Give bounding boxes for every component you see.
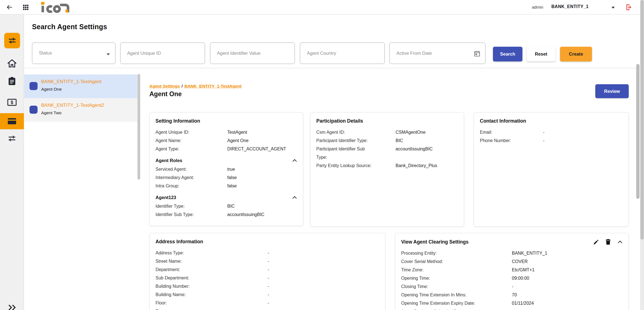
agent-identifier-value-input[interactable] (210, 43, 295, 64)
agent-id-link[interactable]: BANK_ENTITY_1-TestAgent (41, 79, 101, 85)
content-scrollbar-thumb[interactable] (636, 64, 640, 199)
field-label: Processing Entity: (401, 249, 512, 257)
create-button[interactable]: Create (560, 47, 592, 61)
field-row: Sub Department:- (156, 274, 379, 282)
icon-brand-logo (40, 2, 71, 14)
field-label: Identifier Type: (156, 202, 227, 210)
field-value: CSMAgentOne (396, 128, 426, 137)
list-scrollbar-thumb[interactable] (137, 74, 140, 180)
field-value: 70 (512, 291, 517, 299)
field-label: Agent Unique ID: (156, 128, 227, 137)
field-label: Sub Department: (156, 274, 268, 282)
field-row: Opening Time Extension Expiry Date:01/11… (401, 299, 623, 307)
agent-country-input[interactable] (300, 43, 384, 64)
field-label: Email: (480, 128, 543, 137)
field-value: - (268, 274, 269, 282)
top-app-bar: admin BANK_ENTITY_1 (0, 0, 644, 14)
window-scrollbar-thumb[interactable] (640, 0, 644, 240)
sidebar-item-agent-cards-active[interactable] (0, 113, 24, 129)
field-value: - (268, 282, 269, 291)
contact-information-card: Contact Information Email:- Phone Number… (474, 112, 629, 227)
entity-selector[interactable]: BANK_ENTITY_1 (551, 4, 589, 9)
field-value: false (227, 173, 237, 182)
field-label: Identifier Sub Type: (156, 210, 227, 219)
breadcrumb: Agent Settings/BANK_ENTITY_1-TestAgent (149, 84, 241, 89)
caret-down-icon[interactable] (106, 52, 110, 57)
field-row: Identifier Type:BIC (156, 202, 297, 210)
address-information-card: Address Information Address Type:- Stree… (149, 233, 385, 310)
field-label: Time Zone: (401, 266, 512, 274)
field-label: Floor: (156, 299, 268, 307)
field-row: Time Zone:Etc/GMT+1 (401, 266, 623, 274)
field-label: Cover Serial Method: (401, 257, 512, 266)
clipboard-icon (8, 77, 16, 86)
field-value: - (268, 299, 269, 307)
field-value: COVER (512, 257, 528, 266)
field-row: Intra Group:false (156, 182, 297, 190)
field-row: Phone Number:- (480, 137, 623, 145)
sidebar-item-agent-settings-active[interactable] (4, 33, 20, 48)
agent-country-field (300, 43, 385, 64)
field-row: Room:- (156, 307, 379, 310)
sidebar-item-tasks[interactable] (0, 76, 24, 86)
list-item-agent-two[interactable]: BANK_ENTITY_1-TestAgent2 Agent Two (24, 98, 137, 122)
list-item-agent-one-selected[interactable]: BANK_ENTITY_1-TestAgent Agent One (24, 75, 137, 98)
breadcrumb-link-agent-settings[interactable]: Agent Settings (149, 84, 180, 88)
review-button[interactable]: Review (595, 84, 629, 98)
field-row: Participant Identifier Type:BIC (316, 137, 458, 145)
calendar-icon[interactable] (474, 51, 480, 58)
back-icon[interactable] (6, 4, 13, 12)
breadcrumb-separator: / (180, 84, 184, 88)
field-row: Party Entity Lookup Source:Bank_Director… (316, 162, 458, 170)
field-value: - (268, 257, 269, 266)
sidebar-item-home[interactable] (0, 58, 24, 68)
reset-button[interactable]: Reset (527, 47, 556, 61)
agent-roles-section-header: Agent Roles (156, 158, 297, 163)
field-label: Opening Time Extension In Mins: (401, 291, 512, 299)
field-row: Intermediary Agent:false (156, 173, 297, 182)
agent-unique-id-input[interactable] (120, 43, 205, 64)
breadcrumb-link-agent[interactable]: BANK_ENTITY_1-TestAgent (184, 84, 242, 88)
status-select[interactable]: Status (32, 43, 115, 64)
field-label: Opening Time Extension Expiry Date: (401, 299, 512, 307)
field-label: Department: (156, 266, 268, 274)
sidebar-expand-icon[interactable] (7, 304, 17, 310)
field-value: false (227, 182, 237, 190)
field-value: true (227, 165, 235, 173)
field-label: Opening Time: (401, 274, 512, 282)
agent-identifier-value-field (210, 43, 295, 64)
logout-icon[interactable] (625, 3, 633, 12)
field-label: Street Name: (156, 257, 268, 266)
home-icon (8, 59, 16, 68)
setting-information-card: Setting Information Agent Unique ID:Test… (149, 112, 303, 226)
field-row: Street Name:- (156, 257, 379, 266)
field-row: Agent Name:Agent One (156, 137, 297, 145)
field-value: Etc/GMT+1 (512, 266, 534, 274)
field-row: Participant Identifier Sub Type:accountI… (316, 145, 458, 162)
participation-details-card: Participation Details Csm Agent ID:CSMAg… (310, 112, 464, 227)
field-row: Serviced Agent:true (156, 165, 297, 173)
edit-icon[interactable] (593, 239, 599, 245)
field-value: DIRECT_ACCOUNT_AGENT (227, 145, 286, 153)
card-title: Contact Information (480, 118, 623, 124)
field-value: 01/11/2024 (512, 299, 534, 307)
field-label: Address Type: (156, 249, 268, 257)
card-title: Setting Information (156, 118, 297, 124)
sidebar-item-billing[interactable]: $ (0, 98, 24, 107)
field-value: - (268, 266, 269, 274)
delete-icon[interactable] (605, 239, 611, 245)
active-from-date-input[interactable] (390, 43, 485, 64)
field-row: Opening Time Extension In Mins:70 (401, 291, 623, 299)
chevron-up-icon[interactable] (292, 159, 297, 162)
agent-id-link[interactable]: BANK_ENTITY_1-TestAgent2 (41, 103, 104, 108)
search-button[interactable]: Search (493, 47, 522, 61)
field-row: Identifier Sub Type:accountIssuingBIC (156, 210, 297, 219)
caret-down-icon[interactable] (611, 7, 615, 9)
field-value: accountIssuingBIC (227, 210, 264, 219)
sidebar-item-settings[interactable] (0, 134, 24, 143)
field-value: accountIssuingBIC (396, 145, 433, 162)
card-title: Address Information (156, 239, 379, 245)
chevron-up-icon[interactable] (618, 240, 623, 244)
apps-grid-icon[interactable] (22, 4, 29, 12)
chevron-up-icon[interactable] (292, 196, 297, 199)
